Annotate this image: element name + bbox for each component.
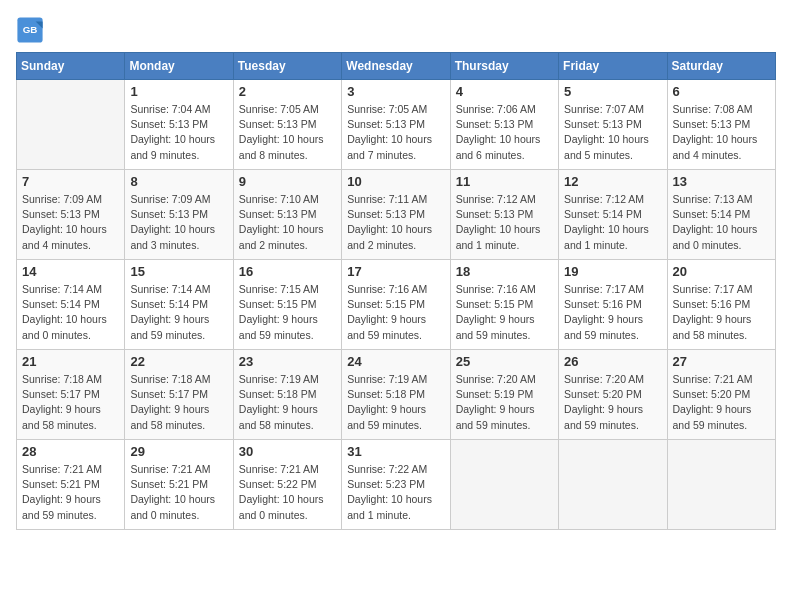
day-info: Sunrise: 7:15 AM Sunset: 5:15 PM Dayligh… [239, 282, 336, 343]
calendar-cell: 20Sunrise: 7:17 AM Sunset: 5:16 PM Dayli… [667, 260, 775, 350]
week-row-2: 7Sunrise: 7:09 AM Sunset: 5:13 PM Daylig… [17, 170, 776, 260]
calendar-cell: 16Sunrise: 7:15 AM Sunset: 5:15 PM Dayli… [233, 260, 341, 350]
week-row-3: 14Sunrise: 7:14 AM Sunset: 5:14 PM Dayli… [17, 260, 776, 350]
day-info: Sunrise: 7:21 AM Sunset: 5:21 PM Dayligh… [22, 462, 119, 523]
calendar-cell: 25Sunrise: 7:20 AM Sunset: 5:19 PM Dayli… [450, 350, 558, 440]
weekday-sunday: Sunday [17, 53, 125, 80]
calendar-cell: 29Sunrise: 7:21 AM Sunset: 5:21 PM Dayli… [125, 440, 233, 530]
logo: GB [16, 16, 48, 44]
day-info: Sunrise: 7:20 AM Sunset: 5:19 PM Dayligh… [456, 372, 553, 433]
day-number: 21 [22, 354, 119, 369]
day-info: Sunrise: 7:17 AM Sunset: 5:16 PM Dayligh… [673, 282, 770, 343]
weekday-wednesday: Wednesday [342, 53, 450, 80]
calendar-cell: 11Sunrise: 7:12 AM Sunset: 5:13 PM Dayli… [450, 170, 558, 260]
calendar-cell: 23Sunrise: 7:19 AM Sunset: 5:18 PM Dayli… [233, 350, 341, 440]
day-info: Sunrise: 7:20 AM Sunset: 5:20 PM Dayligh… [564, 372, 661, 433]
day-number: 15 [130, 264, 227, 279]
day-number: 6 [673, 84, 770, 99]
day-number: 23 [239, 354, 336, 369]
day-info: Sunrise: 7:16 AM Sunset: 5:15 PM Dayligh… [347, 282, 444, 343]
logo-icon: GB [16, 16, 44, 44]
calendar-cell [559, 440, 667, 530]
day-number: 24 [347, 354, 444, 369]
calendar-cell: 13Sunrise: 7:13 AM Sunset: 5:14 PM Dayli… [667, 170, 775, 260]
day-info: Sunrise: 7:22 AM Sunset: 5:23 PM Dayligh… [347, 462, 444, 523]
day-number: 16 [239, 264, 336, 279]
calendar-header: SundayMondayTuesdayWednesdayThursdayFrid… [17, 53, 776, 80]
day-info: Sunrise: 7:16 AM Sunset: 5:15 PM Dayligh… [456, 282, 553, 343]
day-number: 27 [673, 354, 770, 369]
day-number: 11 [456, 174, 553, 189]
week-row-4: 21Sunrise: 7:18 AM Sunset: 5:17 PM Dayli… [17, 350, 776, 440]
calendar-cell: 2Sunrise: 7:05 AM Sunset: 5:13 PM Daylig… [233, 80, 341, 170]
day-info: Sunrise: 7:19 AM Sunset: 5:18 PM Dayligh… [239, 372, 336, 433]
day-number: 17 [347, 264, 444, 279]
day-number: 4 [456, 84, 553, 99]
header: GB [16, 16, 776, 44]
calendar-cell: 1Sunrise: 7:04 AM Sunset: 5:13 PM Daylig… [125, 80, 233, 170]
day-info: Sunrise: 7:12 AM Sunset: 5:14 PM Dayligh… [564, 192, 661, 253]
day-info: Sunrise: 7:21 AM Sunset: 5:20 PM Dayligh… [673, 372, 770, 433]
day-number: 10 [347, 174, 444, 189]
day-info: Sunrise: 7:05 AM Sunset: 5:13 PM Dayligh… [347, 102, 444, 163]
day-number: 8 [130, 174, 227, 189]
day-number: 31 [347, 444, 444, 459]
calendar-cell: 31Sunrise: 7:22 AM Sunset: 5:23 PM Dayli… [342, 440, 450, 530]
day-number: 19 [564, 264, 661, 279]
day-info: Sunrise: 7:19 AM Sunset: 5:18 PM Dayligh… [347, 372, 444, 433]
weekday-saturday: Saturday [667, 53, 775, 80]
day-info: Sunrise: 7:09 AM Sunset: 5:13 PM Dayligh… [22, 192, 119, 253]
day-info: Sunrise: 7:14 AM Sunset: 5:14 PM Dayligh… [130, 282, 227, 343]
calendar-table: SundayMondayTuesdayWednesdayThursdayFrid… [16, 52, 776, 530]
day-number: 7 [22, 174, 119, 189]
weekday-monday: Monday [125, 53, 233, 80]
day-number: 12 [564, 174, 661, 189]
calendar-cell: 6Sunrise: 7:08 AM Sunset: 5:13 PM Daylig… [667, 80, 775, 170]
day-number: 9 [239, 174, 336, 189]
day-number: 14 [22, 264, 119, 279]
day-number: 20 [673, 264, 770, 279]
day-number: 2 [239, 84, 336, 99]
calendar-cell [667, 440, 775, 530]
day-info: Sunrise: 7:21 AM Sunset: 5:22 PM Dayligh… [239, 462, 336, 523]
calendar-cell: 19Sunrise: 7:17 AM Sunset: 5:16 PM Dayli… [559, 260, 667, 350]
calendar-cell: 17Sunrise: 7:16 AM Sunset: 5:15 PM Dayli… [342, 260, 450, 350]
calendar-cell [17, 80, 125, 170]
weekday-header-row: SundayMondayTuesdayWednesdayThursdayFrid… [17, 53, 776, 80]
calendar-cell: 22Sunrise: 7:18 AM Sunset: 5:17 PM Dayli… [125, 350, 233, 440]
day-number: 25 [456, 354, 553, 369]
day-info: Sunrise: 7:09 AM Sunset: 5:13 PM Dayligh… [130, 192, 227, 253]
day-info: Sunrise: 7:14 AM Sunset: 5:14 PM Dayligh… [22, 282, 119, 343]
day-number: 5 [564, 84, 661, 99]
calendar-cell: 3Sunrise: 7:05 AM Sunset: 5:13 PM Daylig… [342, 80, 450, 170]
day-number: 26 [564, 354, 661, 369]
day-number: 22 [130, 354, 227, 369]
svg-text:GB: GB [23, 24, 38, 35]
day-number: 1 [130, 84, 227, 99]
calendar-cell: 30Sunrise: 7:21 AM Sunset: 5:22 PM Dayli… [233, 440, 341, 530]
week-row-5: 28Sunrise: 7:21 AM Sunset: 5:21 PM Dayli… [17, 440, 776, 530]
day-info: Sunrise: 7:17 AM Sunset: 5:16 PM Dayligh… [564, 282, 661, 343]
calendar-cell: 9Sunrise: 7:10 AM Sunset: 5:13 PM Daylig… [233, 170, 341, 260]
day-info: Sunrise: 7:04 AM Sunset: 5:13 PM Dayligh… [130, 102, 227, 163]
calendar-cell: 12Sunrise: 7:12 AM Sunset: 5:14 PM Dayli… [559, 170, 667, 260]
weekday-thursday: Thursday [450, 53, 558, 80]
calendar-cell: 10Sunrise: 7:11 AM Sunset: 5:13 PM Dayli… [342, 170, 450, 260]
calendar-cell [450, 440, 558, 530]
calendar-cell: 26Sunrise: 7:20 AM Sunset: 5:20 PM Dayli… [559, 350, 667, 440]
day-info: Sunrise: 7:12 AM Sunset: 5:13 PM Dayligh… [456, 192, 553, 253]
calendar-cell: 28Sunrise: 7:21 AM Sunset: 5:21 PM Dayli… [17, 440, 125, 530]
calendar-cell: 27Sunrise: 7:21 AM Sunset: 5:20 PM Dayli… [667, 350, 775, 440]
calendar-cell: 7Sunrise: 7:09 AM Sunset: 5:13 PM Daylig… [17, 170, 125, 260]
weekday-friday: Friday [559, 53, 667, 80]
calendar-cell: 15Sunrise: 7:14 AM Sunset: 5:14 PM Dayli… [125, 260, 233, 350]
day-info: Sunrise: 7:21 AM Sunset: 5:21 PM Dayligh… [130, 462, 227, 523]
calendar-cell: 14Sunrise: 7:14 AM Sunset: 5:14 PM Dayli… [17, 260, 125, 350]
day-info: Sunrise: 7:13 AM Sunset: 5:14 PM Dayligh… [673, 192, 770, 253]
calendar-cell: 5Sunrise: 7:07 AM Sunset: 5:13 PM Daylig… [559, 80, 667, 170]
day-info: Sunrise: 7:18 AM Sunset: 5:17 PM Dayligh… [22, 372, 119, 433]
day-number: 18 [456, 264, 553, 279]
day-info: Sunrise: 7:11 AM Sunset: 5:13 PM Dayligh… [347, 192, 444, 253]
calendar-cell: 24Sunrise: 7:19 AM Sunset: 5:18 PM Dayli… [342, 350, 450, 440]
day-info: Sunrise: 7:18 AM Sunset: 5:17 PM Dayligh… [130, 372, 227, 433]
